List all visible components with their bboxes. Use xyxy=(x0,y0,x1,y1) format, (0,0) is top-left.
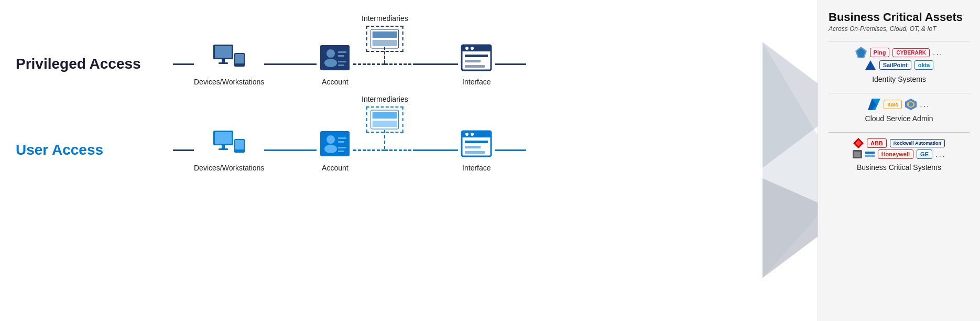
business-critical-section: ABB Rockwell Automation Honeywell GE ...… xyxy=(829,138,970,172)
privileged-access-row: Privileged Access xyxy=(16,42,818,86)
line-connector-user2 xyxy=(416,149,458,151)
devices-workstations-icon xyxy=(211,42,247,73)
aws-logo: aws xyxy=(884,100,902,109)
user-dashed-right xyxy=(385,149,416,151)
privileged-access-label: Privileged Access xyxy=(16,56,173,72)
user-access-label: User Access xyxy=(16,142,173,158)
svg-rect-5 xyxy=(222,59,225,62)
privileged-account-node: Account xyxy=(317,42,353,86)
user-flow-chain: Devices/Workstations Acc xyxy=(173,128,818,172)
user-account-label: Account xyxy=(322,164,349,172)
svg-rect-16 xyxy=(338,65,344,66)
svg-rect-13 xyxy=(338,51,346,53)
vertical-dashed-priv xyxy=(384,47,385,63)
gcp-icon xyxy=(905,99,917,110)
vertical-dashed-user xyxy=(384,130,385,149)
svg-rect-14 xyxy=(338,55,344,57)
svg-rect-25 xyxy=(465,60,481,62)
svg-point-23 xyxy=(471,47,474,50)
cloud-admin-label: Cloud Service Admin xyxy=(829,114,970,123)
cyberark-logo: CYBERARK xyxy=(892,48,930,57)
svg-rect-63 xyxy=(865,152,875,154)
identity-logos-row2: SailPoint okta xyxy=(829,59,970,71)
svg-rect-43 xyxy=(373,121,397,127)
panel-divider3 xyxy=(829,132,970,133)
cloud-dots: ... xyxy=(920,100,930,109)
diagram-area: Privileged Access xyxy=(0,0,818,321)
industrial-icon xyxy=(853,138,864,148)
user-interface-label: Interface xyxy=(462,164,491,172)
cloud-logos-row: aws ... xyxy=(829,99,970,110)
svg-rect-4 xyxy=(215,46,232,58)
user-devices-node: Devices/Workstations xyxy=(194,128,264,172)
line-connector xyxy=(173,149,194,151)
svg-point-12 xyxy=(324,59,337,67)
svg-point-58 xyxy=(909,102,913,106)
svg-rect-38 xyxy=(338,141,344,143)
svg-point-11 xyxy=(326,49,335,58)
svg-rect-62 xyxy=(854,152,861,157)
business-logos-row2: Honeywell GE ... xyxy=(829,149,970,159)
privileged-interface-node: Interface xyxy=(458,42,495,86)
svg-point-35 xyxy=(326,135,335,144)
svg-rect-34 xyxy=(320,131,350,156)
svg-rect-48 xyxy=(465,141,488,143)
identity-dots: ... xyxy=(933,48,943,57)
user-devices-label: Devices/Workstations xyxy=(194,164,264,172)
ping-logo: Ping xyxy=(870,48,890,57)
privileged-devices-node: Devices/Workstations xyxy=(194,42,264,86)
privileged-flow-chain: Devices/Workstations xyxy=(173,42,818,86)
svg-rect-28 xyxy=(215,132,232,144)
svg-rect-50 xyxy=(465,151,485,154)
identity-systems-section: Ping CYBERARK ... SailPoint okta Identit… xyxy=(829,47,970,83)
svg-rect-64 xyxy=(865,155,875,157)
line-to-funnel xyxy=(495,63,526,65)
svg-rect-37 xyxy=(338,137,346,139)
line-connector xyxy=(264,63,317,65)
sailpoint-icon xyxy=(865,59,876,71)
azure-icon xyxy=(868,99,880,110)
intermediary-wrapper-priv: Intermediaries xyxy=(353,63,416,65)
svg-rect-33 xyxy=(237,151,242,152)
panel-title: Business Critical Assets xyxy=(829,10,970,24)
honeywell-logo: Honeywell xyxy=(878,149,913,159)
svg-rect-32 xyxy=(235,140,244,149)
user-devices-icon xyxy=(211,128,247,159)
svg-rect-40 xyxy=(338,151,344,152)
dashed-line-right xyxy=(385,63,416,65)
okta-logo: okta xyxy=(914,60,934,70)
svg-rect-10 xyxy=(320,45,350,70)
business-dots: ... xyxy=(935,149,945,159)
privileged-devices-label: Devices/Workstations xyxy=(194,78,264,86)
user-interface-icon xyxy=(458,128,495,159)
svg-rect-19 xyxy=(373,40,397,46)
user-intermediaries-node: Intermediaries xyxy=(362,95,408,133)
user-interface-node: Interface xyxy=(458,128,495,172)
line-connector xyxy=(416,63,458,65)
user-account-node: Account xyxy=(317,128,353,172)
account-icon xyxy=(317,42,353,73)
svg-rect-42 xyxy=(373,112,397,119)
panel-divider2 xyxy=(829,93,970,93)
privileged-interface-label: Interface xyxy=(462,78,491,86)
user-dashed-left xyxy=(353,149,385,151)
svg-point-46 xyxy=(465,133,469,136)
svg-rect-30 xyxy=(219,148,228,150)
svg-rect-24 xyxy=(465,55,488,57)
line-connector xyxy=(173,63,194,65)
intermediary-wrapper-user: Intermediaries xyxy=(353,149,416,151)
cloud-admin-section: aws ... Cloud Service Admin xyxy=(829,99,970,123)
abb-logo: ABB xyxy=(867,138,887,148)
svg-rect-9 xyxy=(237,65,242,66)
svg-point-36 xyxy=(324,145,337,153)
user-access-row: User Access Devices/ xyxy=(16,128,818,172)
privileged-intermediaries-label: Intermediaries xyxy=(362,14,408,23)
svg-rect-6 xyxy=(219,62,228,64)
interface-icon-priv xyxy=(458,42,495,73)
line-to-funnel-user xyxy=(495,149,526,151)
line-connector-user xyxy=(264,149,317,151)
panel-divider1 xyxy=(829,41,970,41)
user-intermediaries-label: Intermediaries xyxy=(362,95,408,103)
svg-rect-8 xyxy=(235,54,244,63)
svg-rect-39 xyxy=(338,147,346,148)
